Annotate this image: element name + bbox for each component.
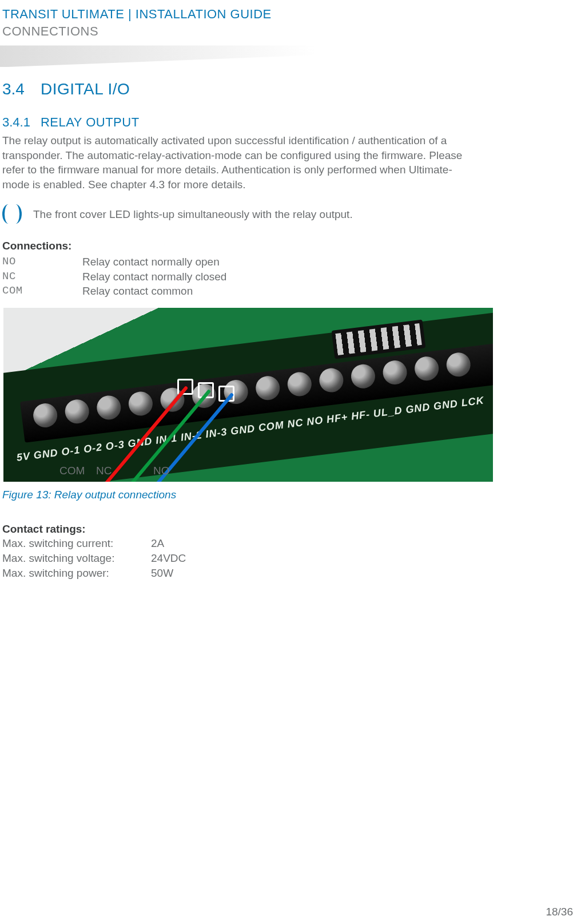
figure-wrap: 5V GND O-1 O-2 O-3 GND IN-1 IN-2 IN-3 GN…	[2, 307, 494, 502]
note-icon	[2, 204, 22, 224]
subsection-heading: 3.4.1 RELAY OUTPUT	[0, 114, 573, 131]
connections-heading: Connections:	[0, 239, 573, 253]
wire-label-nc: NC	[96, 463, 112, 478]
wire-label-com: COM	[59, 463, 85, 478]
conn-key: COM	[2, 284, 82, 299]
section-heading: 3.4 DIGITAL I/O	[0, 78, 573, 100]
rating-key: Max. switching voltage:	[2, 551, 151, 566]
page-number: 18/36	[546, 905, 573, 919]
rating-key: Max. switching current:	[2, 536, 151, 551]
rating-val: 2A	[151, 536, 164, 551]
conn-key: NO	[2, 255, 82, 269]
header-wedge	[0, 45, 573, 67]
section-title: DIGITAL I/O	[41, 78, 130, 100]
rating-val: 50W	[151, 566, 173, 581]
contact-ratings: Contact ratings: Max. switching current:…	[0, 522, 573, 581]
ratings-heading: Contact ratings:	[2, 522, 573, 537]
doc-title: TRANSIT ULTIMATE | INSTALLATION GUIDE	[0, 6, 573, 23]
body-paragraph: The relay output is automatically activa…	[0, 133, 475, 192]
conn-val: Relay contact normally open	[82, 255, 220, 269]
conn-val: Relay contact normally closed	[82, 269, 226, 284]
rating-val: 24VDC	[151, 551, 186, 566]
connections-table: NO Relay contact normally open NC Relay …	[0, 255, 573, 299]
section-number: 3.4	[2, 78, 25, 100]
conn-key: NC	[2, 269, 82, 284]
subsection-number: 3.4.1	[2, 114, 30, 131]
conn-val: Relay contact common	[82, 284, 193, 299]
note-text: The front cover LED lights-up simultaneo…	[33, 207, 353, 222]
note-callout: The front cover LED lights-up simultaneo…	[0, 204, 573, 224]
rating-key: Max. switching power:	[2, 566, 151, 581]
doc-section: CONNECTIONS	[0, 23, 573, 40]
wire-label-no: NO	[153, 463, 170, 478]
figure-caption: Figure 13: Relay output connections	[2, 487, 494, 502]
subsection-title: RELAY OUTPUT	[41, 114, 140, 131]
figure-image: 5V GND O-1 O-2 O-3 GND IN-1 IN-2 IN-3 GN…	[2, 307, 494, 483]
